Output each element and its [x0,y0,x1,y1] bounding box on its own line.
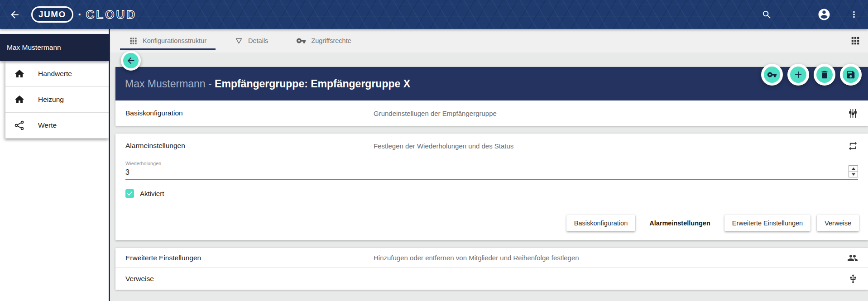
grid-icon [129,37,138,45]
tab-details[interactable]: Details [225,29,277,53]
back-fab-button[interactable] [121,51,141,71]
group-icon [847,253,858,263]
section-description: Grundeinstellugen der Empfängergruppe [374,110,497,117]
search-button[interactable] [762,10,772,20]
home-icon [14,94,25,105]
app-body: Max Mustermann Handwerte Heizung [0,29,868,301]
section-nav-buttons: Basiskonfiguration Alarmeinstellungen Er… [125,215,859,231]
sidebar-item-werte[interactable]: Werte [5,113,109,139]
spinner-up-button[interactable] [849,166,858,172]
fab-row [761,64,862,86]
search-icon [762,10,772,20]
usb-icon [848,274,858,284]
spinner-down-icon [852,173,855,176]
sidebar-user-name: Max Mustermann [7,43,61,52]
more-menu-button[interactable] [849,10,859,19]
app-root: JUMO · CLOUD [0,0,868,301]
sidebar-item-label: Werte [38,121,57,129]
brand-separator: · [78,8,82,22]
key-fab-button[interactable] [761,64,783,86]
alarm-card: Alarmeinstellungen Festlegen der Wiederh… [115,134,868,240]
bottom-card: Erweiterte Einstellungen Hinzufügen oder… [115,248,868,290]
repeat-icon [848,141,858,151]
nav-button-alarmeinstellungen[interactable]: Alarmeinstellungen [642,215,718,231]
plus-icon [793,69,804,80]
section-label: Basiskonfiguration [125,109,183,117]
tab-label: Zugriffsrechte [311,37,351,44]
account-button[interactable] [817,8,831,21]
main-content: Konfigurationsstruktur Details Zugriffsr… [110,29,868,301]
sidebar: Max Mustermann Handwerte Heizung [0,29,110,301]
share-icon [14,120,25,131]
aktiviert-checkbox[interactable] [125,189,134,198]
sidebar-user-header: Max Mustermann [0,34,109,61]
tabbar: Konfigurationsstruktur Details Zugriffsr… [110,29,868,53]
sidebar-item-handwerte[interactable]: Handwerte [5,61,109,87]
nav-button-erweiterte-einstellungen[interactable]: Erweiterte Einstellungen [724,215,810,231]
arrow-back-icon [126,56,136,66]
save-fab-button[interactable] [840,64,862,86]
save-icon [846,70,856,80]
topbar: JUMO · CLOUD [0,0,868,29]
aktiviert-row: Aktiviert [125,189,858,198]
apps-grid-icon [850,36,860,46]
arrow-back-icon [9,9,20,20]
section-label: Erweiterte Einstellungen [125,254,201,262]
filter-icon [235,37,243,45]
account-circle-icon [817,8,831,21]
section-row-verweise[interactable]: Verweise [115,268,868,290]
add-fab-button[interactable] [787,64,809,86]
sidebar-top-gap [0,29,109,34]
more-vert-icon [849,10,859,19]
wiederholungen-field-label: Wiederholungen [125,161,858,166]
tab-konfigurationsstruktur[interactable]: Konfigurationsstruktur [120,29,216,53]
section-row-erweiterte-einstellungen[interactable]: Erweiterte Einstellungen Hinzufügen oder… [115,248,868,268]
detail-card: Max Mustermann - Empfängergruppe: Empfän… [115,67,868,126]
tune-sliders-icon [848,108,858,119]
number-spinner [849,165,858,177]
section-label: Verweise [125,275,154,283]
content-scroll-area: Max Mustermann - Empfängergruppe: Empfän… [110,53,868,301]
sidebar-panel: Handwerte Heizung Werte [5,61,109,139]
tab-label: Details [248,37,268,44]
home-icon [14,68,25,79]
aktiviert-label: Aktiviert [140,190,164,197]
delete-icon [820,70,830,80]
detail-title-prefix: Max Mustermann - [125,78,215,90]
delete-fab-button[interactable] [814,64,835,86]
sidebar-item-label: Heizung [38,96,64,104]
key-icon [767,70,777,80]
wiederholungen-input[interactable] [125,168,840,177]
section-description: Hinzufügen oder entfernen von Mitglieder… [374,254,579,262]
cloud-wordmark: CLOUD [86,8,137,22]
section-label: Alarmeinstellungen [125,142,185,150]
topbar-actions [762,8,868,21]
back-button[interactable] [9,9,20,20]
jumo-logo: JUMO [31,6,73,23]
nav-button-verweise[interactable]: Verweise [817,215,859,231]
sidebar-item-label: Handwerte [38,70,72,78]
key-icon [296,36,306,46]
tab-zugriffsrechte[interactable]: Zugriffsrechte [287,29,360,53]
nav-button-basiskonfiguration[interactable]: Basiskonfiguration [566,215,636,231]
spinner-up-icon [852,167,855,170]
detail-header-banner: Max Mustermann - Empfängergruppe: Empfän… [115,67,868,100]
wiederholungen-field: Wiederholungen [125,161,858,180]
spinner-down-button[interactable] [849,172,858,177]
check-icon [126,190,133,197]
apps-grid-button[interactable] [850,36,860,46]
sidebar-item-heizung[interactable]: Heizung [5,87,109,113]
section-row-alarmeinstellungen[interactable]: Alarmeinstellungen Festlegen der Wiederh… [115,134,868,158]
section-row-basiskonfiguration[interactable]: Basiskonfiguration Grundeinstellugen der… [115,100,868,126]
brand-logo: JUMO · CLOUD [31,6,137,23]
tab-label: Konfigurationsstruktur [143,37,206,44]
detail-title-main: Empfängergruppe: Empfängergruppe X [215,78,410,90]
section-description: Festlegen der Wiederholungen und des Sta… [374,142,513,150]
